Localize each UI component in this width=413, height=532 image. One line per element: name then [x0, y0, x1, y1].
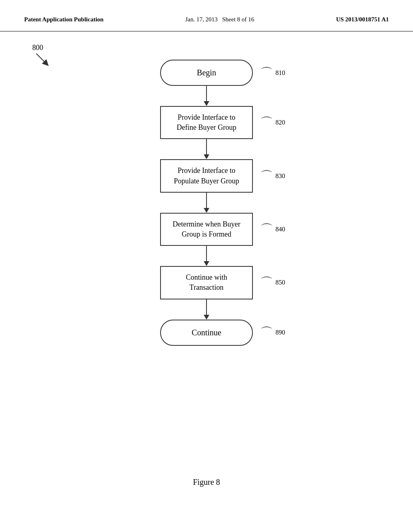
node-830: Provide Interface toPopulate Buyer Group [160, 159, 253, 192]
flowchart: Begin ⌒ 810 Provide Interface toDefine B… [0, 44, 413, 346]
arrow-2 [204, 139, 209, 159]
node-850: Continue withTransaction [160, 266, 253, 299]
node-840-container: Determine when BuyerGroup is Formed ⌒ 84… [160, 213, 253, 246]
node-830-container: Provide Interface toPopulate Buyer Group… [160, 159, 253, 192]
main-content: 800 Begin ⌒ 810 Provid [0, 31, 413, 503]
header-center: Jan. 17, 2013 Sheet 8 of 16 [186, 16, 254, 23]
node-890-container: Continue ⌒ 890 [160, 320, 253, 346]
page-header: Patent Application Publication Jan. 17, … [0, 0, 413, 31]
node-890: Continue [160, 320, 253, 346]
arrow-1 [204, 86, 209, 106]
ref-890: ⌒ 890 [260, 326, 285, 339]
node-850-container: Continue withTransaction ⌒ 850 [160, 266, 253, 299]
node-810-container: Begin ⌒ 810 [160, 60, 253, 86]
node-820-container: Provide Interface toDefine Buyer Group ⌒… [160, 106, 253, 139]
ref-850: ⌒ 850 [260, 276, 285, 289]
arrow-5 [204, 299, 209, 320]
ref-820: ⌒ 820 [260, 116, 285, 129]
ref-810: ⌒ 810 [260, 66, 285, 79]
node-810: Begin [160, 60, 253, 86]
node-820: Provide Interface toDefine Buyer Group [160, 106, 253, 139]
header-left: Patent Application Publication [24, 16, 104, 23]
header-right: US 2013/0018751 A1 [336, 16, 389, 23]
figure-caption: Figure 8 [0, 478, 413, 487]
arrow-3 [204, 193, 209, 213]
arrow-4 [204, 246, 209, 266]
node-840: Determine when BuyerGroup is Formed [160, 213, 253, 246]
ref-830: ⌒ 830 [260, 170, 285, 183]
ref-840: ⌒ 840 [260, 223, 285, 236]
